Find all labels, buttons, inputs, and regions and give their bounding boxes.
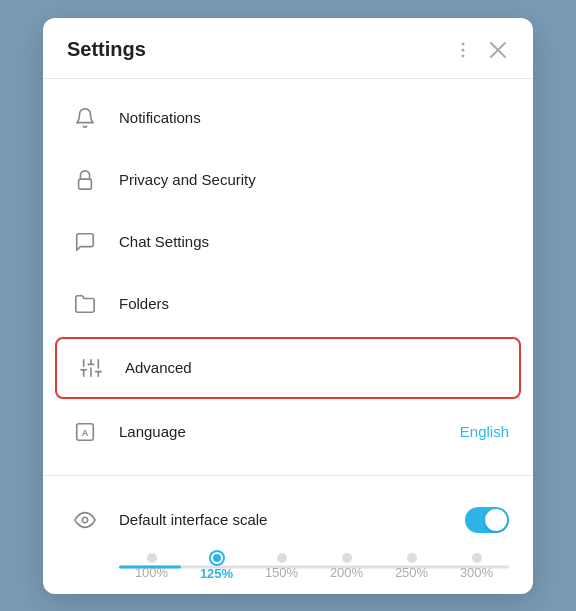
interface-scale-toggle[interactable] xyxy=(465,507,509,533)
bell-icon xyxy=(67,100,103,136)
lock-icon xyxy=(67,162,103,198)
folder-icon xyxy=(67,286,103,322)
scale-125[interactable]: 125% xyxy=(184,552,249,581)
svg-point-0 xyxy=(462,42,465,45)
scale-slider-container: 100% 125% 150% 200% xyxy=(67,548,509,586)
sidebar-item-chat[interactable]: Chat Settings xyxy=(43,211,533,273)
close-icon xyxy=(489,41,507,59)
folders-label: Folders xyxy=(119,295,509,312)
svg-point-1 xyxy=(462,48,465,51)
scale-200[interactable]: 200% xyxy=(314,553,379,580)
notifications-label: Notifications xyxy=(119,109,509,126)
scale-300[interactable]: 300% xyxy=(444,553,509,580)
svg-rect-5 xyxy=(79,179,92,189)
close-button[interactable] xyxy=(487,39,509,61)
chat-label: Chat Settings xyxy=(119,233,509,250)
sidebar-item-privacy[interactable]: Privacy and Security xyxy=(43,149,533,211)
sidebar-item-folders[interactable]: Folders xyxy=(43,273,533,335)
scale-options: 100% 125% 150% 200% xyxy=(119,552,509,581)
advanced-label: Advanced xyxy=(125,359,503,376)
svg-point-17 xyxy=(82,517,88,523)
header-actions xyxy=(451,38,509,62)
language-value: English xyxy=(460,423,509,440)
svg-point-2 xyxy=(462,54,465,57)
language-icon: A xyxy=(67,414,103,450)
sidebar-item-language[interactable]: A Language English xyxy=(43,401,533,463)
chat-icon xyxy=(67,224,103,260)
scale-150[interactable]: 150% xyxy=(249,553,314,580)
modal-title: Settings xyxy=(67,38,146,61)
scale-250[interactable]: 250% xyxy=(379,553,444,580)
settings-modal: Settings xyxy=(43,18,533,594)
divider xyxy=(43,475,533,476)
svg-text:A: A xyxy=(82,427,89,437)
sidebar-item-advanced[interactable]: Advanced xyxy=(55,337,521,399)
sliders-icon xyxy=(73,350,109,386)
privacy-label: Privacy and Security xyxy=(119,171,509,188)
interface-scale-section: Default interface scale 100% 125% xyxy=(43,480,533,594)
sidebar-item-notifications[interactable]: Notifications xyxy=(43,87,533,149)
scale-track-wrapper: 100% 125% 150% 200% xyxy=(119,552,509,582)
toggle-knob xyxy=(485,509,507,531)
more-options-button[interactable] xyxy=(451,38,475,62)
eye-icon xyxy=(67,502,103,538)
scale-100[interactable]: 100% xyxy=(119,553,184,580)
language-label: Language xyxy=(119,423,460,440)
interface-scale-label: Default interface scale xyxy=(119,511,465,528)
modal-header: Settings xyxy=(43,18,533,79)
menu-list: Notifications Privacy and Security Chat … xyxy=(43,79,533,471)
more-icon xyxy=(453,40,473,60)
interface-scale-row: Default interface scale xyxy=(67,492,509,548)
